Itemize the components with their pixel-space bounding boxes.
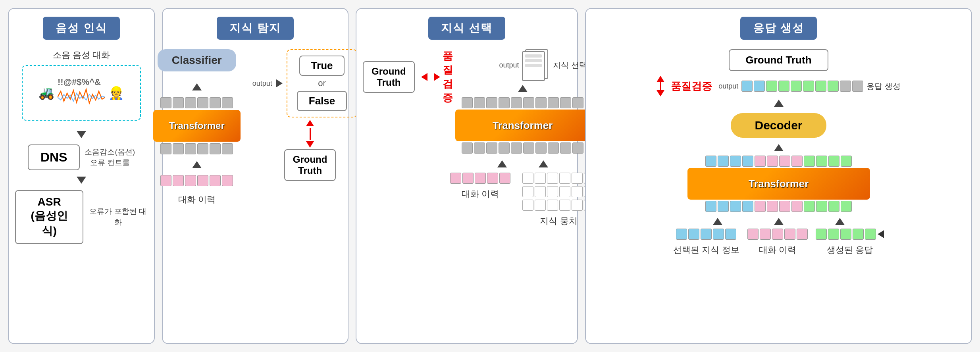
cell xyxy=(475,173,486,184)
cell xyxy=(173,175,184,186)
transformer4-label: Transformer xyxy=(749,178,809,190)
panel1-title: 음성 인식 xyxy=(43,17,120,40)
arrow-up-right3 xyxy=(539,160,548,167)
green-cells4 xyxy=(816,229,876,240)
cell xyxy=(559,200,570,211)
noise-symbol: !!@#$%^& xyxy=(58,77,105,87)
cell xyxy=(865,229,876,240)
classifier-section: Classifier Tran xyxy=(169,49,341,206)
dialog-history-label3: 대화 이력 xyxy=(462,188,499,200)
cell xyxy=(676,229,687,240)
asr-row: ASR(음성인식) 오류가 포함된 대화 xyxy=(15,189,148,246)
qc-output-row: 품질검증 output 응답 생성 xyxy=(592,76,965,96)
panel2-title: 지식 탐지 xyxy=(217,17,294,40)
cell xyxy=(535,97,547,108)
arrow-up-classifier xyxy=(192,83,202,90)
cell xyxy=(815,81,826,92)
red-arrow-down4 xyxy=(657,90,664,96)
cell xyxy=(222,97,233,108)
red-arrow-up xyxy=(306,120,314,126)
knowledge-row3 xyxy=(522,200,595,211)
cell xyxy=(572,173,583,184)
cell xyxy=(160,175,171,186)
top-cells4 xyxy=(687,156,870,167)
arrow-up-transformer4 xyxy=(774,144,784,151)
cell xyxy=(816,201,827,212)
ground-truth-box4: Ground Truth xyxy=(729,49,828,71)
cell xyxy=(560,97,571,108)
panel-voice-recognition: 음성 인식 소음 음성 대화 🚜 !!@#$%^& 👷 DNS 소음감소(옵션)… xyxy=(8,8,155,344)
cell xyxy=(852,81,863,92)
cell xyxy=(572,142,583,154)
transformer3-block: Transformer xyxy=(455,110,590,141)
cell xyxy=(572,186,583,197)
cell xyxy=(778,81,789,92)
red-line4 xyxy=(660,82,661,90)
cell xyxy=(559,186,570,197)
dialog-history-label4: 대화 이력 xyxy=(759,244,796,256)
cell xyxy=(523,97,534,108)
true-box: True xyxy=(299,56,345,76)
classifier-box: Classifier xyxy=(158,49,236,71)
cell xyxy=(210,97,221,108)
pink-cells3 xyxy=(450,173,510,184)
arrow-left-qc xyxy=(421,73,427,81)
quality-check4: 품질검증 xyxy=(671,79,712,93)
cell xyxy=(499,142,510,154)
dialog-history-label2: 대화 이력 xyxy=(178,194,216,206)
arrow-right-output xyxy=(276,79,283,87)
cell xyxy=(548,142,559,154)
cell xyxy=(772,229,783,240)
panel4-top: Ground Truth xyxy=(592,49,965,71)
noise-label: 소음 음성 대화 xyxy=(53,49,110,61)
cell xyxy=(222,175,233,186)
bottom-inputs3: 대화 이력 xyxy=(450,171,595,227)
noise-reduce-label: 소음감소(옵션)오류 컨트롤 xyxy=(85,147,135,168)
cell xyxy=(499,97,510,108)
output-cells-row: output 응답 생성 xyxy=(718,79,901,93)
transformer3-label: Transformer xyxy=(493,119,553,132)
waveform-svg xyxy=(58,87,105,107)
knowledge-row1 xyxy=(522,173,595,184)
asr-box: ASR(음성인식) xyxy=(15,190,83,244)
green-cells-row4 xyxy=(816,227,884,241)
cell xyxy=(511,142,522,154)
cell xyxy=(784,229,795,240)
cell xyxy=(767,156,778,167)
cell xyxy=(718,156,729,167)
dialog-history-col3: 대화 이력 xyxy=(450,171,510,200)
cell xyxy=(185,175,196,186)
decoder-box: Decoder xyxy=(731,113,826,138)
red-arrow-down xyxy=(306,141,314,148)
generated-response-col: 생성된 응답 xyxy=(816,227,884,256)
cell xyxy=(522,200,533,211)
cell xyxy=(741,81,753,92)
cell xyxy=(462,142,473,154)
cell xyxy=(486,142,497,154)
cell xyxy=(185,97,196,108)
cell xyxy=(474,142,485,154)
knowledge-chunk-label3: 지식 뭉치 xyxy=(540,215,577,227)
top-cells-row xyxy=(153,97,241,108)
cell xyxy=(853,229,864,240)
generated-response-label4: 생성된 응답 xyxy=(827,244,873,256)
arrow-up-dialog-hist4 xyxy=(774,218,784,225)
page-front xyxy=(522,51,545,81)
cell xyxy=(755,201,766,212)
panel4-title: 응답 생성 xyxy=(740,17,817,40)
ground-truth-box3: GroundTruth xyxy=(363,61,415,93)
cell xyxy=(487,173,498,184)
false-box: False xyxy=(297,91,347,111)
panel-knowledge-selection: 지식 선택 GroundTruth 품질검증 output xyxy=(356,8,578,344)
dns-row: DNS 소음감소(옵션)오류 컨트롤 xyxy=(28,143,135,172)
cell xyxy=(760,229,771,240)
cell xyxy=(511,97,522,108)
cell xyxy=(713,229,724,240)
arrow-up-left3 xyxy=(497,160,507,167)
bottom-arrows4 xyxy=(713,215,845,227)
error-dialog-label: 오류가 포함된 대화 xyxy=(88,206,148,227)
arrow-into-response xyxy=(878,230,884,238)
cell xyxy=(486,97,497,108)
cell xyxy=(547,173,558,184)
cell xyxy=(747,229,759,240)
